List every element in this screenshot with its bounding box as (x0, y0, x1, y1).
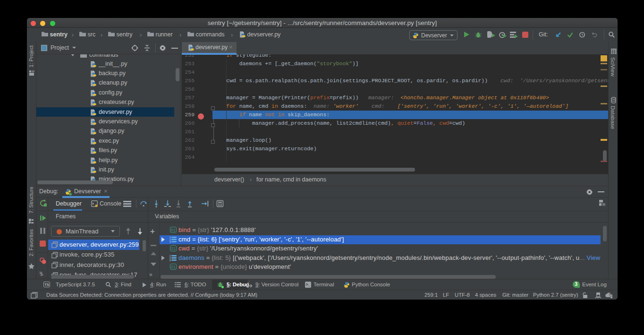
svg-text:3: 3 (169, 241, 171, 243)
svg-text:3: 3 (169, 259, 171, 261)
